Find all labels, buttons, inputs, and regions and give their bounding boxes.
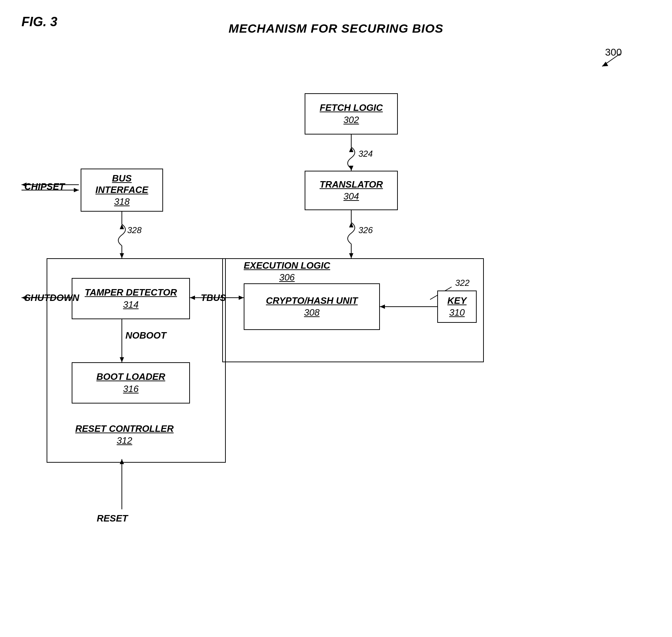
figure-title: MECHANISM FOR SECURING BIOS (0, 22, 672, 36)
reset-controller-num: 312 (117, 435, 132, 446)
boot-loader-box: BOOT LOADER 316 (72, 362, 190, 404)
reset-controller-label: RESET CONTROLLER (75, 423, 173, 434)
ref-322: 322 (455, 278, 470, 288)
svg-marker-4 (349, 166, 353, 171)
execution-logic-num: 306 (279, 272, 295, 283)
shutdown-label: SHUTDOWN (24, 292, 79, 303)
svg-marker-9 (349, 222, 353, 227)
svg-marker-5 (349, 147, 353, 152)
execution-logic-label: EXECUTION LOGIC (244, 260, 330, 271)
reset-label: RESET (97, 513, 128, 524)
ref-300: 300 (605, 47, 622, 58)
tamper-detector-box: TAMPER DETECTOR 314 (72, 278, 190, 319)
crypto-hash-box: CRYPTO/HASH UNIT 308 (244, 283, 380, 330)
bus-interface-box: BUS INTERFACE 318 (81, 169, 163, 212)
ref-328: 328 (127, 225, 142, 235)
tbus-label: TBUS (201, 292, 226, 303)
key-box: KEY 310 (437, 291, 477, 323)
chipset-label: CHIPSET (24, 181, 65, 192)
svg-marker-8 (349, 253, 353, 258)
svg-marker-17 (120, 224, 124, 229)
svg-marker-1 (602, 62, 608, 66)
svg-marker-16 (120, 253, 124, 258)
translator-box: TRANSLATOR 304 (305, 171, 398, 210)
noboot-label: NOBOOT (125, 330, 166, 341)
ref-326: 326 (358, 225, 373, 235)
svg-marker-11 (74, 188, 79, 192)
ref-324: 324 (358, 149, 373, 159)
fetch-logic-box: FETCH LOGIC 302 (305, 93, 398, 135)
